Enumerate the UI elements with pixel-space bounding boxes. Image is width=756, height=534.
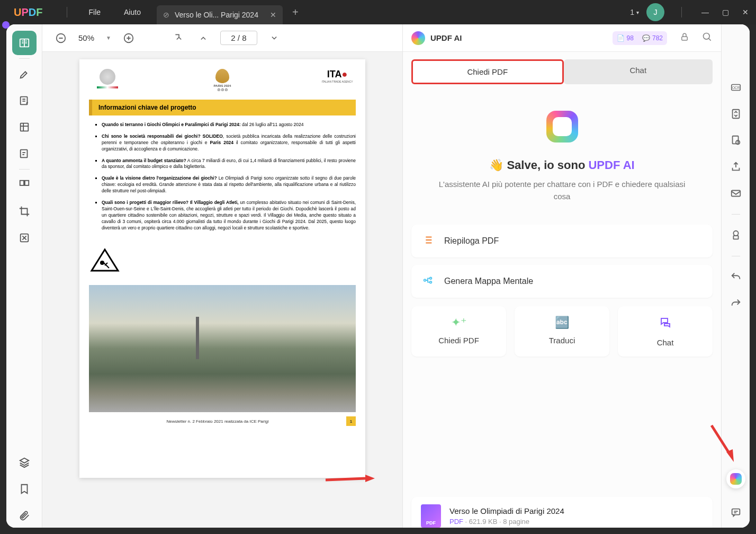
divider (681, 7, 682, 17)
user-avatar[interactable]: J (646, 3, 664, 21)
svg-rect-18 (732, 136, 738, 144)
mindmap-button[interactable]: Genera Mappa Mentale (411, 265, 713, 298)
file-info-card: PDF Verso le Olimpiadi di Parigi 2024 PD… (411, 497, 713, 528)
svg-rect-22 (733, 236, 738, 239)
reader-tool[interactable] (12, 31, 37, 55)
pdf-page: PARIS 2024⊚⊚⊚ ITA●ITALIAN TRADE AGENCY I… (79, 59, 365, 478)
ai-welcome-logo (546, 111, 578, 143)
side-indicator (2, 21, 10, 29)
annotation-arrow (323, 470, 376, 486)
organize-tool[interactable] (12, 173, 37, 197)
ai-logo-icon (411, 31, 425, 45)
section-title: Informazioni chiave del progetto (89, 100, 356, 115)
pdf-file-icon: PDF (421, 504, 441, 528)
bullet-list: Quando si terranno i Giochi Olimpici e P… (89, 122, 356, 231)
greeting-text: 👋 Salve, io sono UPDF AI (489, 158, 634, 172)
highlight-tool[interactable] (12, 62, 37, 86)
svg-rect-3 (20, 150, 27, 158)
lock-icon[interactable] (680, 32, 689, 44)
maximize-button[interactable]: ▢ (719, 6, 732, 19)
undo-button[interactable] (727, 268, 745, 286)
svg-point-13 (430, 278, 432, 280)
menu-file[interactable]: File (77, 8, 112, 16)
pdf-viewer: 50%▼ 2 / 8 PARIS 2024⊚⊚⊚ ITA●ITALIAN TRA… (42, 24, 402, 528)
protect-tool[interactable] (727, 131, 745, 149)
paris2024-logo: PARIS 2024⊚⊚⊚ (204, 69, 241, 92)
svg-marker-24 (365, 475, 375, 482)
comment-tool[interactable] (727, 503, 745, 521)
menu-help[interactable]: Aiuto (112, 8, 152, 16)
chat-card[interactable]: Chat (618, 306, 713, 357)
svg-rect-5 (24, 181, 28, 185)
list-icon (422, 234, 434, 248)
file-name: Verso le Olimpiadi di Parigi 2024 (449, 506, 564, 515)
summarize-button[interactable]: Riepiloga PDF (411, 225, 713, 257)
svg-rect-20 (731, 191, 740, 197)
greeting-subtitle: L'assistente AI più potente per chattare… (430, 179, 695, 202)
warning-icon (89, 247, 121, 273)
mindmap-icon (422, 274, 434, 288)
ai-panel: UPDF AI 📄98 💬782 Chiedi PDF Chat 👋 Salve… (402, 24, 721, 528)
close-window-button[interactable]: ✕ (739, 6, 752, 19)
footer-text: Newsletter n. 2 Febbraio 2021 realizzata… (89, 419, 346, 424)
redo-button[interactable] (727, 295, 745, 313)
bookmark-tool[interactable] (12, 477, 37, 501)
first-page-button[interactable] (172, 31, 186, 46)
minimize-button[interactable]: — (699, 6, 712, 19)
next-page-button[interactable] (267, 31, 282, 46)
page-input[interactable]: 2 / 8 (220, 31, 257, 45)
convert-tool[interactable] (727, 105, 745, 123)
chat-icon (659, 316, 672, 332)
svg-point-14 (430, 281, 432, 283)
new-tab-button[interactable]: + (292, 6, 299, 19)
svg-point-21 (733, 231, 738, 236)
gov-logo (89, 69, 126, 92)
zoom-dropdown[interactable]: 50%▼ (78, 33, 111, 42)
credit-badge-1[interactable]: 📄98 (613, 31, 638, 45)
ita-logo: ITA●ITALIAN TRADE AGENCY (319, 69, 356, 92)
ask-pdf-card[interactable]: ✦⁺ Chiedi PDF (411, 306, 506, 357)
page-tool[interactable] (12, 115, 37, 139)
page-number: 1 (346, 416, 356, 426)
app-logo: UPDF (14, 6, 42, 19)
layers-tool[interactable] (12, 450, 37, 475)
svg-rect-10 (682, 37, 688, 40)
zoom-out-button[interactable] (53, 30, 69, 46)
svg-point-11 (704, 33, 710, 39)
ai-panel-title: UPDF AI (430, 33, 462, 42)
prev-page-button[interactable] (196, 31, 211, 46)
form-tool[interactable] (12, 141, 37, 166)
crop-tool[interactable] (12, 199, 37, 224)
city-image (89, 285, 356, 412)
attachment-tool[interactable] (12, 503, 37, 528)
zoom-in-button[interactable] (121, 30, 137, 46)
close-tab-icon[interactable]: ✕ (270, 11, 276, 19)
page-scroll-area[interactable]: PARIS 2024⊚⊚⊚ ITA●ITALIAN TRADE AGENCY I… (42, 52, 402, 528)
search-icon[interactable] (702, 32, 713, 44)
translate-card[interactable]: 🔤 Traduci (515, 306, 609, 357)
translate-icon: 🔤 (555, 316, 569, 330)
document-tab[interactable]: ⊘ Verso le Oli... Parigi 2024 ✕ (157, 5, 283, 24)
ocr-tool[interactable]: OCR (727, 78, 745, 96)
credit-badge-2[interactable]: 💬782 (638, 31, 667, 45)
svg-rect-2 (20, 123, 28, 131)
file-meta: PDF · 621.9 KB · 8 pagine (449, 518, 564, 526)
ai-assistant-bubble[interactable] (726, 469, 745, 488)
svg-point-9 (100, 261, 104, 265)
left-toolbar (6, 24, 42, 528)
tab-ask-pdf[interactable]: Chiedi PDF (411, 59, 564, 84)
email-tool[interactable] (727, 184, 745, 202)
viewer-toolbar: 50%▼ 2 / 8 (42, 24, 402, 52)
save-tool[interactable] (727, 226, 745, 244)
redact-tool[interactable] (12, 226, 37, 250)
edit-tool[interactable] (12, 88, 37, 113)
tab-chat[interactable]: Chat (564, 59, 713, 84)
tab-title: Verso le Oli... Parigi 2024 (175, 11, 258, 19)
share-tool[interactable] (727, 158, 745, 176)
svg-point-12 (424, 279, 426, 281)
wand-icon: ✦⁺ (451, 316, 467, 330)
tab-count[interactable]: 1 ▾ (630, 8, 639, 16)
svg-rect-4 (20, 181, 23, 185)
svg-text:OCR: OCR (732, 86, 740, 90)
divider (67, 7, 67, 17)
